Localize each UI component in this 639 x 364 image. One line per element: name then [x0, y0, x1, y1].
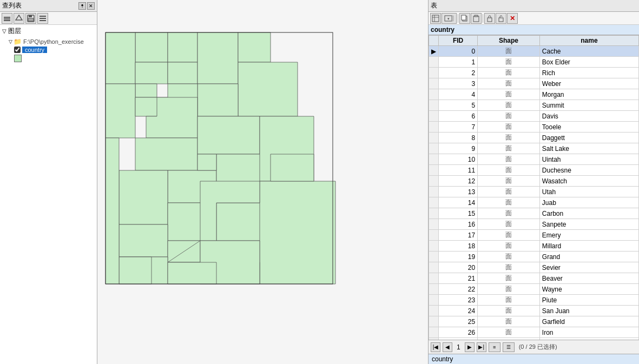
- fid-cell: 16: [439, 219, 478, 230]
- list-icon[interactable]: [37, 13, 48, 24]
- table-row[interactable]: 18面Millard: [429, 241, 639, 252]
- layers-icon[interactable]: [2, 13, 12, 24]
- pin-button[interactable]: 🖈: [78, 2, 86, 10]
- table-row[interactable]: 2面Rich: [429, 68, 639, 78]
- row-selector-cell[interactable]: [429, 230, 439, 241]
- row-selector-cell[interactable]: [429, 262, 439, 273]
- table-row[interactable]: 7面Tooele: [429, 122, 639, 133]
- row-selector-cell[interactable]: [429, 295, 439, 306]
- table-row[interactable]: 1面Box Elder: [429, 57, 639, 68]
- svg-rect-18: [462, 15, 466, 20]
- table-row[interactable]: 6面Davis: [429, 111, 639, 122]
- lock-icon[interactable]: [484, 13, 495, 24]
- row-selector-cell[interactable]: [429, 252, 439, 262]
- row-selector-cell[interactable]: ▶: [429, 46, 439, 57]
- row-selector-cell[interactable]: [429, 143, 439, 154]
- row-selector-cell[interactable]: [429, 122, 439, 133]
- shape-cell: 面: [478, 89, 540, 100]
- table-row[interactable]: 19面Grand: [429, 252, 639, 262]
- name-cell: Box Elder: [539, 57, 638, 68]
- layer-checkbox[interactable]: [14, 47, 21, 53]
- name-cell: Daggett: [539, 133, 638, 143]
- row-selector-cell[interactable]: [429, 306, 439, 316]
- row-selector-cell[interactable]: [429, 78, 439, 89]
- table-row[interactable]: 23面Piute: [429, 295, 639, 306]
- row-selector-cell[interactable]: [429, 176, 439, 187]
- table-row[interactable]: 4面Morgan: [429, 89, 639, 100]
- close-button[interactable]: ✕: [87, 2, 95, 10]
- table-row[interactable]: 25面Garfield: [429, 316, 639, 327]
- row-selector-cell[interactable]: [429, 316, 439, 327]
- row-selector-cell[interactable]: [429, 57, 439, 68]
- row-selector-cell[interactable]: [429, 100, 439, 111]
- row-selector-cell[interactable]: [429, 241, 439, 252]
- row-selector-cell[interactable]: [429, 165, 439, 176]
- next-page-button[interactable]: ▶: [465, 342, 475, 352]
- table-row[interactable]: 22面Wayne: [429, 284, 639, 295]
- table-view-icon[interactable]: [430, 13, 441, 24]
- first-page-button[interactable]: |◀: [431, 342, 440, 352]
- table-row[interactable]: 11面Duchesne: [429, 165, 639, 176]
- svg-rect-21: [488, 18, 492, 22]
- row-selector-cell[interactable]: [429, 68, 439, 78]
- table-row[interactable]: 21面Beaver: [429, 273, 639, 284]
- row-selector-cell[interactable]: [429, 89, 439, 100]
- shape-cell: 面: [478, 197, 540, 208]
- delete-icon[interactable]: ✕: [507, 13, 518, 24]
- polygon-icon[interactable]: [14, 13, 24, 24]
- unlock-icon[interactable]: [496, 13, 506, 24]
- table-row[interactable]: 12面Wasatch: [429, 176, 639, 187]
- row-selector-cell[interactable]: [429, 133, 439, 143]
- last-page-button[interactable]: ▶|: [477, 342, 486, 352]
- svg-rect-5: [29, 15, 32, 17]
- table-row[interactable]: 16面Sanpete: [429, 219, 639, 230]
- rich-county: [168, 32, 197, 62]
- dropdown-icon[interactable]: ▾: [442, 13, 457, 24]
- table-container[interactable]: FID Shape name ▶0面Cache1面Box Elder2面Rich…: [429, 35, 639, 340]
- table-row[interactable]: 17面Emery: [429, 230, 639, 241]
- row-selector-cell[interactable]: [429, 187, 439, 197]
- table-row[interactable]: ▶0面Cache: [429, 46, 639, 57]
- left-panel-title: 查列表: [2, 1, 22, 10]
- shape-cell: 面: [478, 46, 540, 57]
- page-number: 1: [454, 343, 463, 351]
- row-selector-cell[interactable]: [429, 111, 439, 122]
- fid-cell: 14: [439, 197, 478, 208]
- copy-icon[interactable]: [459, 13, 470, 24]
- table-row[interactable]: 13面Utah: [429, 187, 639, 197]
- prev-page-button[interactable]: ◀: [443, 342, 452, 352]
- row-selector-cell[interactable]: [429, 154, 439, 165]
- row-selector-cell[interactable]: [429, 273, 439, 284]
- layer-name-badge[interactable]: country: [22, 47, 47, 53]
- row-selector-cell[interactable]: [429, 327, 439, 338]
- tree-folder-item[interactable]: ▽ 📁 F:\PQ\python_exercise: [0, 37, 97, 46]
- table-row[interactable]: 26面Iron: [429, 327, 639, 338]
- name-cell: Uintah: [539, 154, 638, 165]
- table-row[interactable]: 24面San Juan: [429, 306, 639, 316]
- table-row[interactable]: 3面Weber: [429, 78, 639, 89]
- table-row[interactable]: 20面Sevier: [429, 262, 639, 273]
- row-selector-cell[interactable]: [429, 197, 439, 208]
- mid-area: [197, 154, 216, 170]
- row-selector-cell[interactable]: [429, 219, 439, 230]
- row-selector-cell[interactable]: [429, 284, 439, 295]
- row-selector-cell[interactable]: [429, 208, 439, 219]
- table-row[interactable]: 14面Juab: [429, 197, 639, 208]
- save-icon[interactable]: [25, 13, 36, 24]
- map-area[interactable]: [97, 0, 428, 364]
- svg-rect-20: [475, 15, 478, 17]
- paste-icon[interactable]: [471, 13, 482, 24]
- table-row[interactable]: 5面Summit: [429, 100, 639, 111]
- table-view-button[interactable]: ≡: [489, 342, 500, 352]
- name-cell: Wasatch: [539, 176, 638, 187]
- table-row[interactable]: 9面Salt Lake: [429, 143, 639, 154]
- folder-icon: 📁: [14, 38, 22, 45]
- table-row[interactable]: 10面Uintah: [429, 154, 639, 165]
- shape-cell: 面: [478, 187, 540, 197]
- list-view-button[interactable]: ☰: [503, 342, 515, 352]
- table-row[interactable]: 15面Carbon: [429, 208, 639, 219]
- name-cell: Davis: [539, 111, 638, 122]
- table-row[interactable]: 8面Daggett: [429, 133, 639, 143]
- fid-cell: 18: [439, 241, 478, 252]
- fid-cell: 13: [439, 187, 478, 197]
